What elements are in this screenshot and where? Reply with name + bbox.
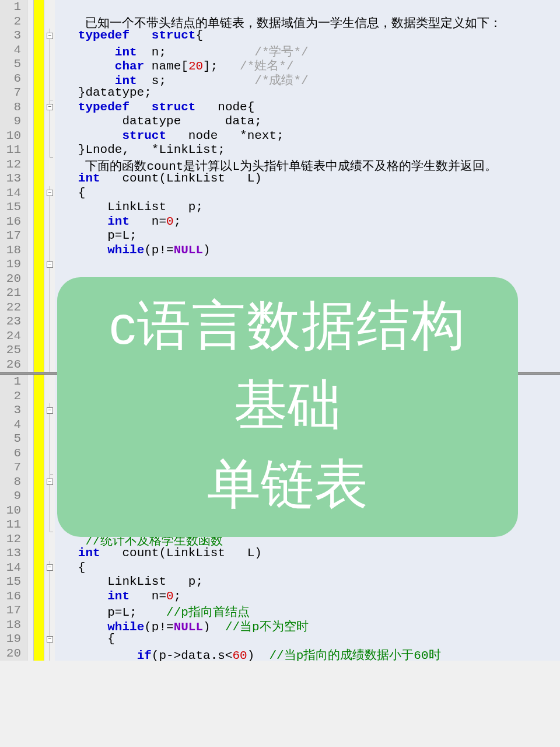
code-text[interactable]: while(p!=NULL) //当p不为空时: [55, 618, 560, 633]
bookmark-strip[interactable]: [34, 129, 44, 144]
code-text[interactable]: {: [55, 186, 560, 201]
bookmark-strip[interactable]: [34, 532, 44, 547]
code-text[interactable]: p=L; //p指向首结点: [55, 603, 560, 618]
bookmark-strip[interactable]: [34, 518, 44, 532]
bookmark-strip[interactable]: [34, 358, 44, 372]
bookmark-strip[interactable]: [34, 158, 44, 172]
code-line[interactable]: 9 datatype data;: [0, 114, 560, 129]
bookmark-strip[interactable]: [34, 329, 44, 344]
code-line[interactable]: 15 LinkList p;: [0, 575, 560, 589]
bookmark-strip[interactable]: [34, 257, 44, 272]
code-text[interactable]: while(p!=NULL): [55, 243, 560, 258]
bookmark-strip[interactable]: [34, 375, 44, 389]
code-text[interactable]: int n=0;: [55, 215, 560, 229]
bookmark-strip[interactable]: [34, 343, 44, 358]
bookmark-strip[interactable]: [34, 460, 44, 475]
code-text[interactable]: [55, 257, 560, 272]
bookmark-strip[interactable]: [34, 57, 44, 72]
code-text[interactable]: 下面的函数count是计算以L为头指针单链表中成绩不及格的学生数并返回。: [55, 158, 560, 172]
bookmark-strip[interactable]: [34, 114, 44, 129]
bookmark-strip[interactable]: [34, 301, 44, 315]
bookmark-strip[interactable]: [34, 43, 44, 58]
bookmark-strip[interactable]: [34, 475, 44, 490]
bookmark-strip[interactable]: [34, 200, 44, 215]
bookmark-strip[interactable]: [34, 0, 44, 15]
bookmark-strip[interactable]: [34, 504, 44, 518]
bookmark-strip[interactable]: [34, 272, 44, 287]
bookmark-strip[interactable]: [34, 618, 44, 633]
bookmark-strip[interactable]: [34, 603, 44, 618]
code-line[interactable]: 16 int n=0;: [0, 589, 560, 604]
bookmark-strip[interactable]: [34, 86, 44, 100]
code-text[interactable]: int count(LinkList L): [55, 546, 560, 561]
bookmark-strip[interactable]: [34, 229, 44, 243]
code-line[interactable]: 15 LinkList p;: [0, 200, 560, 215]
code-text[interactable]: if(p->data.s<60) //当p指向的成绩数据小于60时: [55, 647, 560, 661]
bookmark-strip[interactable]: [34, 29, 44, 43]
code-text[interactable]: LinkList p;: [55, 200, 560, 215]
fold-toggle[interactable]: −: [44, 29, 55, 43]
bookmark-strip[interactable]: [34, 403, 44, 418]
code-text[interactable]: {: [55, 561, 560, 575]
code-line[interactable]: 18 while(p!=NULL) //当p不为空时: [0, 618, 560, 633]
code-line[interactable]: 10 struct node *next;: [0, 129, 560, 144]
code-line[interactable]: 7 }datatype;: [0, 86, 560, 100]
code-line[interactable]: 19−: [0, 257, 560, 272]
code-line[interactable]: 13 int count(LinkList L): [0, 546, 560, 561]
fold-toggle[interactable]: −: [44, 257, 55, 272]
bookmark-strip[interactable]: [34, 546, 44, 561]
code-text[interactable]: p=L;: [55, 229, 560, 243]
code-line[interactable]: 20 if(p->data.s<60) //当p指向的成绩数据小于60时: [0, 647, 560, 661]
code-line[interactable]: 16 int n=0;: [0, 215, 560, 229]
code-text[interactable]: typedef struct{: [55, 29, 560, 43]
code-text[interactable]: {: [55, 632, 560, 647]
bookmark-strip[interactable]: [34, 418, 44, 432]
bookmark-strip[interactable]: [34, 389, 44, 404]
code-line[interactable]: 11 }Lnode, *LinkList;: [0, 143, 560, 158]
fold-toggle[interactable]: −: [44, 561, 55, 575]
bookmark-strip[interactable]: [34, 575, 44, 589]
fold-toggle[interactable]: −: [44, 186, 55, 201]
bookmark-strip[interactable]: [34, 186, 44, 201]
code-line[interactable]: 8− typedef struct node{: [0, 100, 560, 115]
bookmark-strip[interactable]: [34, 561, 44, 575]
bookmark-strip[interactable]: [34, 172, 44, 186]
code-text[interactable]: int s; /*成绩*/: [55, 72, 560, 86]
bookmark-strip[interactable]: [34, 632, 44, 647]
bookmark-strip[interactable]: [34, 489, 44, 504]
code-line[interactable]: 6 int s; /*成绩*/: [0, 72, 560, 86]
bookmark-strip[interactable]: [34, 215, 44, 229]
fold-toggle[interactable]: −: [44, 100, 55, 115]
code-line[interactable]: 17 p=L; //p指向首结点: [0, 603, 560, 618]
bookmark-strip[interactable]: [34, 100, 44, 115]
bookmark-strip[interactable]: [34, 589, 44, 604]
code-text[interactable]: }datatype;: [55, 86, 560, 100]
fold-toggle[interactable]: −: [44, 403, 55, 418]
bookmark-strip[interactable]: [34, 143, 44, 158]
code-line[interactable]: 19− {: [0, 632, 560, 647]
bookmark-strip[interactable]: [34, 72, 44, 86]
code-line[interactable]: 12 下面的函数count是计算以L为头指针单链表中成绩不及格的学生数并返回。: [0, 158, 560, 172]
bookmark-strip[interactable]: [34, 647, 44, 661]
code-text[interactable]: struct node *next;: [55, 129, 560, 144]
code-text[interactable]: LinkList p;: [55, 575, 560, 589]
code-line[interactable]: 1: [0, 0, 560, 15]
code-text[interactable]: 已知一个不带头结点的单链表，数据域值为一学生信息，数据类型定义如下：: [55, 15, 560, 29]
code-line[interactable]: 13 int count(LinkList L): [0, 172, 560, 186]
bookmark-strip[interactable]: [34, 315, 44, 329]
bookmark-strip[interactable]: [34, 432, 44, 446]
bookmark-strip[interactable]: [34, 286, 44, 301]
code-text[interactable]: int count(LinkList L): [55, 172, 560, 186]
code-text[interactable]: }Lnode, *LinkList;: [55, 143, 560, 158]
code-text[interactable]: datatype data;: [55, 114, 560, 129]
code-line[interactable]: 2 已知一个不带头结点的单链表，数据域值为一学生信息，数据类型定义如下：: [0, 15, 560, 29]
fold-toggle[interactable]: −: [44, 475, 55, 490]
code-line[interactable]: 18 while(p!=NULL): [0, 243, 560, 258]
code-text[interactable]: typedef struct node{: [55, 100, 560, 115]
fold-toggle[interactable]: −: [44, 632, 55, 647]
code-line[interactable]: 4 int n; /*学号*/: [0, 43, 560, 58]
code-line[interactable]: 14− {: [0, 186, 560, 201]
code-text[interactable]: int n; /*学号*/: [55, 43, 560, 58]
code-line[interactable]: 14− {: [0, 561, 560, 575]
bookmark-strip[interactable]: [34, 446, 44, 461]
